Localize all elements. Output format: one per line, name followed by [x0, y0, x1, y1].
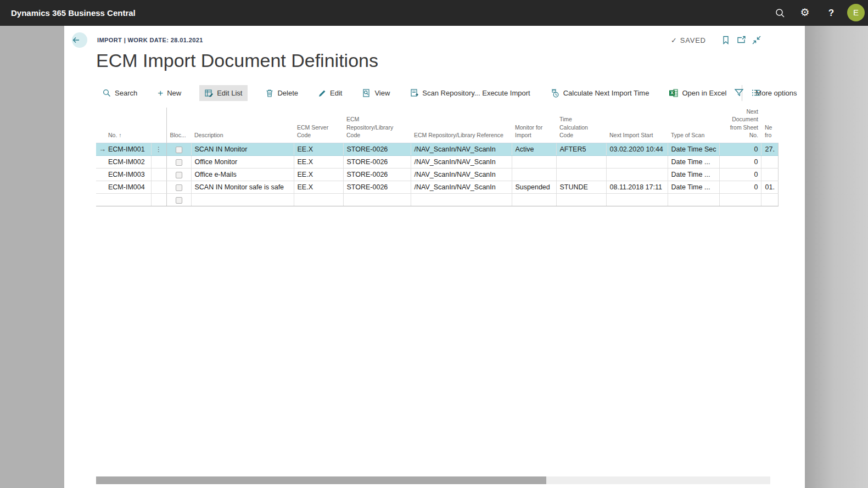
- cell-blocked[interactable]: [166, 168, 191, 181]
- gear-icon[interactable]: ⚙: [799, 7, 810, 18]
- column-header-next_import[interactable]: Next Import Start: [606, 108, 668, 143]
- cell-monitor[interactable]: Suspended: [512, 181, 556, 193]
- cell-description[interactable]: [191, 193, 294, 206]
- cell-type_scan[interactable]: Date Time ...: [668, 181, 720, 193]
- edit-list-button[interactable]: Edit List: [199, 85, 248, 101]
- bookmark-icon[interactable]: [721, 35, 731, 45]
- table-row[interactable]: [96, 193, 778, 206]
- blocked-checkbox[interactable]: [176, 184, 182, 191]
- column-header-repo_ref[interactable]: ECM Repository/Library Reference: [411, 108, 512, 143]
- table-row[interactable]: ECM-IM003Office e-MailsEE.XSTORE-0026/NA…: [96, 168, 778, 181]
- calculate-next-import-time-button[interactable]: Calculate Next Import Time: [548, 85, 652, 102]
- cell-next_import[interactable]: 03.02.2020 10:44: [606, 143, 668, 155]
- search-icon[interactable]: [775, 8, 786, 19]
- cell-next_partial[interactable]: [761, 193, 778, 206]
- scan-repository-execute-import-button[interactable]: Scan Repository... Execute Import: [408, 85, 532, 101]
- column-header-description[interactable]: Description: [191, 108, 294, 143]
- cell-next_doc[interactable]: 0: [720, 143, 761, 155]
- horizontal-scrollbar-thumb[interactable]: [96, 476, 546, 484]
- cell-time_calc[interactable]: [556, 155, 606, 168]
- cell-next_doc[interactable]: 0: [720, 168, 761, 181]
- cell-next_doc[interactable]: 0: [720, 181, 761, 193]
- cell-next_partial[interactable]: [761, 155, 778, 168]
- column-header-time_calc[interactable]: Time Calculation Code: [556, 108, 606, 143]
- cell-server_code[interactable]: EE.X: [294, 155, 343, 168]
- cell-description[interactable]: SCAN IN Monitor: [191, 143, 294, 155]
- cell-blocked[interactable]: [166, 155, 191, 168]
- avatar[interactable]: E: [847, 4, 865, 21]
- column-header-type_scan[interactable]: Type of Scan: [668, 108, 720, 143]
- view-options-icon[interactable]: [751, 88, 762, 99]
- cell-next_doc[interactable]: 0: [720, 155, 761, 168]
- cell-time_calc[interactable]: AFTER5: [556, 143, 606, 155]
- cell-next_doc[interactable]: [720, 193, 761, 206]
- column-header-no[interactable]: No. ↑: [96, 108, 151, 143]
- cell-monitor[interactable]: [512, 155, 556, 168]
- cell-monitor[interactable]: Active: [512, 143, 556, 155]
- cell-repo_code[interactable]: STORE-0026: [343, 143, 411, 155]
- cell-server_code[interactable]: EE.X: [294, 143, 343, 155]
- cell-repo_ref[interactable]: /NAV_ScanIn/NAV_ScanIn: [411, 143, 512, 155]
- cell-repo_ref[interactable]: [411, 193, 512, 206]
- cell-blocked[interactable]: [166, 181, 191, 193]
- back-button[interactable]: [72, 32, 87, 48]
- horizontal-scrollbar-track[interactable]: [96, 476, 770, 484]
- cell-repo_code[interactable]: STORE-0026: [343, 181, 411, 193]
- column-header-repo_code[interactable]: ECM Repository/Library Code: [343, 108, 411, 143]
- table-row[interactable]: ECM-IM002Office MonitorEE.XSTORE-0026/NA…: [96, 155, 778, 168]
- blocked-checkbox[interactable]: [176, 172, 182, 178]
- column-header-blocked[interactable]: Bloc...: [166, 108, 191, 143]
- table-row[interactable]: →ECM-IM001⋮SCAN IN MonitorEE.XSTORE-0026…: [96, 143, 778, 155]
- search-button[interactable]: Search: [100, 85, 139, 101]
- column-header-server_code[interactable]: ECM Server Code: [294, 108, 343, 143]
- cell-blocked[interactable]: [166, 193, 191, 206]
- cell-repo_ref[interactable]: /NAV_ScanIn/NAV_ScanIn: [411, 168, 512, 181]
- cell-type_scan[interactable]: Date Time ...: [668, 168, 720, 181]
- cell-repo_ref[interactable]: /NAV_ScanIn/NAV_ScanIn: [411, 181, 512, 193]
- new-button[interactable]: + New: [155, 85, 183, 101]
- column-header-monitor[interactable]: Monitor for Import: [512, 108, 556, 143]
- cell-no[interactable]: ECM-IM003: [96, 168, 151, 181]
- view-button[interactable]: View: [360, 85, 392, 101]
- cell-type_scan[interactable]: Date Time ...: [668, 155, 720, 168]
- cell-menu[interactable]: [151, 193, 166, 206]
- blocked-checkbox[interactable]: [176, 159, 182, 166]
- cell-no[interactable]: [96, 193, 151, 206]
- help-icon[interactable]: ?: [826, 8, 837, 19]
- cell-monitor[interactable]: [512, 168, 556, 181]
- cell-next_partial[interactable]: [761, 168, 778, 181]
- cell-menu[interactable]: [151, 181, 166, 193]
- cell-menu[interactable]: [151, 168, 166, 181]
- cell-no[interactable]: →ECM-IM001: [96, 143, 151, 155]
- column-header-menu[interactable]: [151, 108, 166, 143]
- cell-time_calc[interactable]: [556, 168, 606, 181]
- cell-menu[interactable]: [151, 155, 166, 168]
- breadcrumb[interactable]: IMPORT | WORK DATE: 28.01.2021: [97, 37, 203, 43]
- cell-repo_code[interactable]: STORE-0026: [343, 155, 411, 168]
- cell-time_calc[interactable]: [556, 193, 606, 206]
- open-in-window-icon[interactable]: [736, 35, 746, 45]
- cell-repo_ref[interactable]: /NAV_ScanIn/NAV_ScanIn: [411, 155, 512, 168]
- blocked-checkbox[interactable]: [176, 197, 182, 204]
- blocked-checkbox[interactable]: [176, 147, 182, 153]
- cell-description[interactable]: SCAN IN Monitor safe is safe: [191, 181, 294, 193]
- cell-type_scan[interactable]: Date Time Sec: [668, 143, 720, 155]
- cell-type_scan[interactable]: [668, 193, 720, 206]
- cell-next_import[interactable]: [606, 155, 668, 168]
- cell-description[interactable]: Office Monitor: [191, 155, 294, 168]
- cell-server_code[interactable]: EE.X: [294, 168, 343, 181]
- table-row[interactable]: ECM-IM004SCAN IN Monitor safe is safeEE.…: [96, 181, 778, 193]
- cell-description[interactable]: Office e-Mails: [191, 168, 294, 181]
- delete-button[interactable]: Delete: [264, 85, 300, 101]
- cell-repo_code[interactable]: [343, 193, 411, 206]
- cell-next_import[interactable]: [606, 193, 668, 206]
- filter-funnel-icon[interactable]: [734, 88, 745, 99]
- collapse-icon[interactable]: [752, 35, 761, 45]
- cell-next_import[interactable]: [606, 168, 668, 181]
- cell-blocked[interactable]: [166, 143, 191, 155]
- column-header-next_partial[interactable]: Ne fro: [761, 108, 778, 143]
- cell-server_code[interactable]: [294, 193, 343, 206]
- row-menu-ellipsis-icon[interactable]: ⋮: [151, 143, 166, 155]
- cell-server_code[interactable]: EE.X: [294, 181, 343, 193]
- cell-no[interactable]: ECM-IM004: [96, 181, 151, 193]
